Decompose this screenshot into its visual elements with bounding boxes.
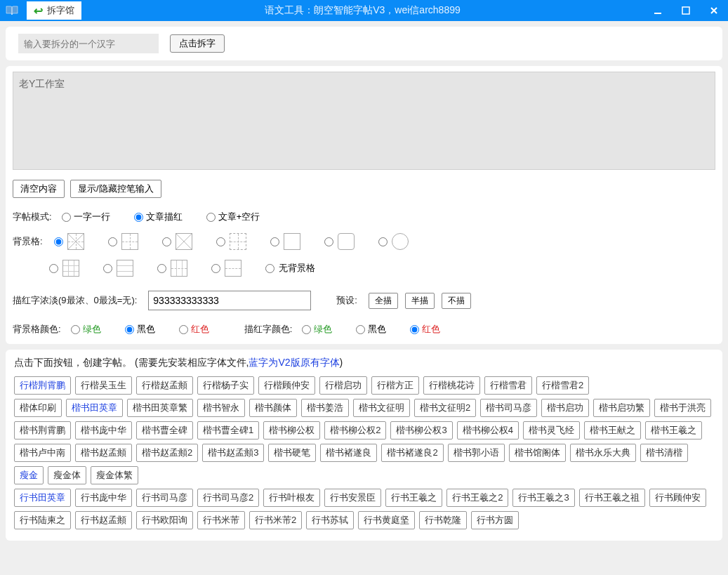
font-button[interactable]: 行书司马彦2	[197, 489, 259, 507]
font-button[interactable]: 楷书柳公权	[263, 421, 320, 439]
font-button[interactable]: 行楷荆霄鹏	[14, 376, 71, 395]
font-button[interactable]: 楷体印刷	[14, 399, 62, 417]
font-button[interactable]: 行书陆柬之	[14, 511, 71, 529]
font-button[interactable]: 楷书柳公权3	[390, 421, 452, 439]
font-button[interactable]: 楷书荆霄鹏	[14, 421, 71, 439]
font-button[interactable]: 楷书智永	[197, 399, 245, 417]
grid-opt-2[interactable]	[162, 233, 192, 250]
font-button[interactable]: 楷书馆阁体	[509, 444, 566, 462]
font-button[interactable]: 瘦金体繁	[91, 466, 138, 484]
grid-opt-7[interactable]	[49, 260, 79, 277]
font-button[interactable]: 行楷雪君	[484, 376, 532, 395]
font-button[interactable]: 楷书姜浩	[301, 399, 349, 417]
font-button[interactable]: 楷书颜体	[249, 399, 297, 417]
font-button[interactable]: 行书庞中华	[75, 489, 132, 507]
split-char-button[interactable]: 点击拆字	[170, 34, 225, 53]
font-button[interactable]: 楷书文征明2	[414, 399, 476, 417]
grid-opt-9[interactable]	[157, 260, 187, 277]
preset-none-button[interactable]: 不描	[442, 293, 471, 309]
bgcolor-green[interactable]: 绿色	[71, 323, 101, 336]
font-button[interactable]: 楷书启功	[541, 399, 589, 417]
font-button[interactable]: 行书欧阳询	[136, 511, 193, 529]
grid-opt-nobg[interactable]: 无背景格	[265, 262, 315, 275]
close-button[interactable]	[700, 0, 728, 21]
font-button[interactable]: 行书米芾	[197, 511, 245, 529]
font-button[interactable]: 楷书永乐大典	[570, 444, 636, 462]
font-button[interactable]: 楷书硬笔	[268, 444, 316, 462]
font-button[interactable]: 行楷雪君2	[536, 376, 589, 395]
split-char-input[interactable]	[18, 34, 159, 53]
redcolor-black[interactable]: 黑色	[356, 323, 386, 336]
font-button[interactable]: 行书王羲之2	[446, 489, 508, 507]
font-button[interactable]: 行楷顾仲安	[258, 376, 315, 395]
font-button[interactable]: 行书司马彦	[136, 489, 193, 507]
font-button[interactable]: 楷书启功繁	[593, 399, 650, 417]
font-button[interactable]: 行书乾隆	[419, 511, 467, 529]
tab-split-char[interactable]: ↩ 拆字馆	[27, 1, 81, 20]
font-button[interactable]: 行楷赵孟頫	[136, 376, 193, 395]
font-button[interactable]: 楷书王羲之	[645, 421, 702, 439]
grid-opt-3[interactable]	[216, 233, 246, 250]
grid-opt-5[interactable]	[324, 233, 355, 250]
font-button[interactable]: 行楷方正	[371, 376, 419, 395]
font-button[interactable]: 行书田英章	[14, 489, 71, 507]
font-button[interactable]: 楷书赵孟頫2	[136, 444, 198, 462]
font-button[interactable]: 楷书赵孟頫3	[202, 444, 264, 462]
font-button[interactable]: 行书赵孟頫	[75, 511, 132, 529]
font-button[interactable]: 楷书曹全碑1	[197, 421, 259, 439]
font-button[interactable]: 楷书柳公权2	[324, 421, 386, 439]
app-body[interactable]: 点击拆字 老Y工作室 清空内容 显示/隐藏控笔输入 字帖模式: 一字一行 文章描…	[0, 21, 728, 575]
font-button[interactable]: 行书黄庭坚	[358, 511, 415, 529]
font-button[interactable]: 行楷启功	[319, 376, 367, 395]
toggle-pen-button[interactable]: 显示/隐藏控笔输入	[70, 180, 161, 198]
font-button[interactable]: 行楷吴玉生	[75, 376, 132, 395]
font-button[interactable]: 楷书文征明	[353, 399, 410, 417]
font-button[interactable]: 楷书曹全碑	[136, 421, 193, 439]
grid-opt-4[interactable]	[270, 233, 300, 250]
font-button[interactable]: 行书王羲之	[385, 489, 442, 507]
bgcolor-red[interactable]: 红色	[179, 323, 209, 336]
font-button[interactable]: 楷书柳公权4	[457, 421, 519, 439]
font-button[interactable]: 行楷桃花诗	[423, 376, 480, 395]
preset-full-button[interactable]: 全描	[369, 293, 398, 309]
mode-radio-2[interactable]: 文章+空行	[206, 211, 260, 223]
density-input[interactable]	[148, 291, 311, 310]
font-button[interactable]: 楷书灵飞经	[523, 421, 580, 439]
maximize-button[interactable]	[672, 0, 700, 21]
font-button[interactable]: 楷书清楷	[640, 444, 688, 462]
font-button[interactable]: 行书米芾2	[249, 511, 302, 529]
redcolor-red[interactable]: 红色	[410, 323, 440, 336]
font-button[interactable]: 行书顾仲安	[649, 489, 706, 507]
font-button[interactable]: 楷书褚遂良2	[381, 444, 443, 462]
redcolor-green[interactable]: 绿色	[302, 323, 332, 336]
font-button[interactable]: 瘦金体	[48, 466, 86, 484]
mode-radio-0[interactable]: 一字一行	[62, 211, 110, 223]
font-button[interactable]: 行书叶根友	[263, 489, 320, 507]
bgcolor-black[interactable]: 黑色	[125, 323, 155, 336]
grid-opt-0[interactable]	[54, 233, 84, 250]
font-button[interactable]: 行书安景臣	[324, 489, 381, 507]
minimize-button[interactable]	[644, 0, 672, 21]
font-button[interactable]: 瘦金	[14, 466, 44, 484]
clear-content-button[interactable]: 清空内容	[13, 180, 65, 198]
font-button[interactable]: 楷书司马彦	[480, 399, 537, 417]
font-button[interactable]: 行书苏轼	[306, 511, 354, 529]
font-button[interactable]: 楷书褚遂良	[320, 444, 377, 462]
font-button[interactable]: 行楷杨子实	[197, 376, 254, 395]
font-button[interactable]: 行书方圆	[471, 511, 519, 529]
font-button[interactable]: 楷书郭小语	[448, 444, 505, 462]
mode-radio-1[interactable]: 文章描红	[134, 211, 183, 223]
font-button[interactable]: 楷书王献之	[584, 421, 641, 439]
font-button[interactable]: 楷书田英章繁	[127, 399, 193, 417]
font-button[interactable]: 行书王羲之3	[512, 489, 574, 507]
content-textarea[interactable]: 老Y工作室	[13, 72, 715, 170]
font-button[interactable]: 楷书田英章	[66, 399, 123, 417]
grid-opt-6[interactable]	[378, 233, 409, 250]
font-button[interactable]: 楷书卢中南	[14, 444, 71, 462]
preset-half-button[interactable]: 半描	[405, 293, 435, 309]
font-button[interactable]: 行书王羲之祖	[579, 489, 645, 507]
font-button[interactable]: 楷书于洪亮	[654, 399, 711, 417]
font-button[interactable]: 楷书庞中华	[75, 421, 132, 439]
grid-opt-10[interactable]	[211, 260, 241, 277]
grid-opt-1[interactable]	[108, 233, 138, 250]
